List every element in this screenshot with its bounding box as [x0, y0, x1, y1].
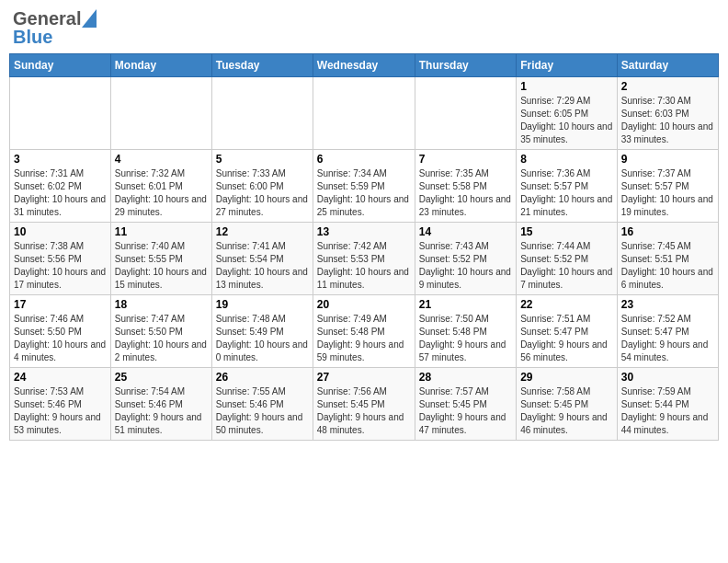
calendar-cell: 2Sunrise: 7:30 AMSunset: 6:03 PMDaylight…: [617, 77, 718, 150]
day-number: 17: [14, 298, 107, 311]
day-info: Sunrise: 7:54 AMSunset: 5:46 PMDaylight:…: [115, 385, 208, 437]
calendar-cell: 25Sunrise: 7:54 AMSunset: 5:46 PMDayligh…: [110, 368, 211, 441]
calendar-cell: 1Sunrise: 7:29 AMSunset: 6:05 PMDaylight…: [517, 77, 618, 150]
day-info: Sunrise: 7:36 AMSunset: 5:57 PMDaylight:…: [520, 167, 613, 219]
calendar-cell: [211, 77, 313, 150]
calendar-week-5: 24Sunrise: 7:53 AMSunset: 5:46 PMDayligh…: [10, 368, 719, 441]
day-info: Sunrise: 7:33 AMSunset: 6:00 PMDaylight:…: [216, 167, 309, 219]
day-number: 9: [621, 153, 714, 166]
day-info: Sunrise: 7:52 AMSunset: 5:47 PMDaylight:…: [621, 313, 714, 364]
calendar-cell: 3Sunrise: 7:31 AMSunset: 6:02 PMDaylight…: [10, 150, 111, 223]
calendar-cell: 11Sunrise: 7:40 AMSunset: 5:55 PMDayligh…: [110, 223, 211, 295]
calendar-cell: 20Sunrise: 7:49 AMSunset: 5:48 PMDayligh…: [313, 295, 415, 368]
day-info: Sunrise: 7:38 AMSunset: 5:56 PMDaylight:…: [14, 240, 107, 292]
day-number: 27: [317, 371, 411, 384]
day-info: Sunrise: 7:48 AMSunset: 5:49 PMDaylight:…: [216, 313, 309, 364]
logo-general-text: General: [13, 9, 81, 28]
header-sunday: Sunday: [10, 54, 111, 77]
calendar-cell: 21Sunrise: 7:50 AMSunset: 5:48 PMDayligh…: [415, 295, 516, 368]
calendar-cell: 22Sunrise: 7:51 AMSunset: 5:47 PMDayligh…: [517, 295, 618, 368]
logo: General Blue: [13, 9, 97, 46]
calendar-week-3: 10Sunrise: 7:38 AMSunset: 5:56 PMDayligh…: [10, 223, 719, 295]
day-number: 13: [317, 225, 411, 238]
day-info: Sunrise: 7:32 AMSunset: 6:01 PMDaylight:…: [115, 167, 208, 219]
day-number: 19: [216, 298, 309, 311]
calendar-week-1: 1Sunrise: 7:29 AMSunset: 6:05 PMDaylight…: [10, 77, 719, 150]
day-number: 6: [317, 153, 411, 166]
calendar-cell: [110, 77, 211, 150]
calendar-cell: 6Sunrise: 7:34 AMSunset: 5:59 PMDaylight…: [313, 150, 415, 223]
day-number: 11: [115, 225, 208, 238]
day-info: Sunrise: 7:44 AMSunset: 5:52 PMDaylight:…: [520, 240, 613, 292]
header-monday: Monday: [110, 54, 211, 77]
calendar-cell: [10, 77, 111, 150]
header-tuesday: Tuesday: [211, 54, 313, 77]
day-info: Sunrise: 7:42 AMSunset: 5:53 PMDaylight:…: [317, 240, 411, 292]
day-number: 10: [14, 225, 107, 238]
logo-blue-text: Blue: [13, 28, 52, 46]
day-info: Sunrise: 7:29 AMSunset: 6:05 PMDaylight:…: [520, 95, 613, 146]
calendar-cell: 4Sunrise: 7:32 AMSunset: 6:01 PMDaylight…: [110, 150, 211, 223]
day-info: Sunrise: 7:59 AMSunset: 5:44 PMDaylight:…: [621, 385, 714, 437]
header-friday: Friday: [517, 54, 618, 77]
calendar-cell: 26Sunrise: 7:55 AMSunset: 5:46 PMDayligh…: [211, 368, 313, 441]
calendar-cell: [415, 77, 516, 150]
day-number: 14: [419, 225, 512, 238]
day-number: 12: [216, 225, 309, 238]
calendar-cell: 18Sunrise: 7:47 AMSunset: 5:50 PMDayligh…: [110, 295, 211, 368]
calendar-cell: 23Sunrise: 7:52 AMSunset: 5:47 PMDayligh…: [617, 295, 718, 368]
header-saturday: Saturday: [617, 54, 718, 77]
calendar-cell: 7Sunrise: 7:35 AMSunset: 5:58 PMDaylight…: [415, 150, 516, 223]
day-info: Sunrise: 7:58 AMSunset: 5:45 PMDaylight:…: [520, 385, 613, 437]
day-number: 24: [14, 371, 107, 384]
day-number: 1: [520, 80, 613, 93]
day-number: 21: [419, 298, 512, 311]
day-info: Sunrise: 7:47 AMSunset: 5:50 PMDaylight:…: [115, 313, 208, 364]
day-info: Sunrise: 7:30 AMSunset: 6:03 PMDaylight:…: [621, 95, 714, 146]
calendar-cell: 29Sunrise: 7:58 AMSunset: 5:45 PMDayligh…: [517, 368, 618, 441]
calendar-cell: 16Sunrise: 7:45 AMSunset: 5:51 PMDayligh…: [617, 223, 718, 295]
calendar-cell: 17Sunrise: 7:46 AMSunset: 5:50 PMDayligh…: [10, 295, 111, 368]
day-number: 20: [317, 298, 411, 311]
day-number: 3: [14, 153, 107, 166]
day-info: Sunrise: 7:40 AMSunset: 5:55 PMDaylight:…: [115, 240, 208, 292]
day-info: Sunrise: 7:37 AMSunset: 5:57 PMDaylight:…: [621, 167, 714, 219]
day-info: Sunrise: 7:46 AMSunset: 5:50 PMDaylight:…: [14, 313, 107, 364]
day-number: 5: [216, 153, 309, 166]
calendar-cell: 12Sunrise: 7:41 AMSunset: 5:54 PMDayligh…: [211, 223, 313, 295]
day-number: 29: [520, 371, 613, 384]
calendar-week-4: 17Sunrise: 7:46 AMSunset: 5:50 PMDayligh…: [10, 295, 719, 368]
day-number: 22: [520, 298, 613, 311]
day-info: Sunrise: 7:35 AMSunset: 5:58 PMDaylight:…: [419, 167, 512, 219]
logo-triangle-icon: [82, 9, 97, 28]
calendar-cell: 8Sunrise: 7:36 AMSunset: 5:57 PMDaylight…: [517, 150, 618, 223]
day-number: 26: [216, 371, 309, 384]
calendar-week-2: 3Sunrise: 7:31 AMSunset: 6:02 PMDaylight…: [10, 150, 719, 223]
calendar-cell: 24Sunrise: 7:53 AMSunset: 5:46 PMDayligh…: [10, 368, 111, 441]
calendar-header-row: SundayMondayTuesdayWednesdayThursdayFrid…: [10, 54, 719, 77]
calendar-cell: 13Sunrise: 7:42 AMSunset: 5:53 PMDayligh…: [313, 223, 415, 295]
day-info: Sunrise: 7:41 AMSunset: 5:54 PMDaylight:…: [216, 240, 309, 292]
page-header: General Blue: [9, 9, 719, 46]
calendar-cell: 19Sunrise: 7:48 AMSunset: 5:49 PMDayligh…: [211, 295, 313, 368]
day-number: 30: [621, 371, 714, 384]
calendar-cell: 9Sunrise: 7:37 AMSunset: 5:57 PMDaylight…: [617, 150, 718, 223]
day-info: Sunrise: 7:45 AMSunset: 5:51 PMDaylight:…: [621, 240, 714, 292]
svg-marker-0: [82, 9, 97, 28]
day-info: Sunrise: 7:34 AMSunset: 5:59 PMDaylight:…: [317, 167, 411, 219]
header-wednesday: Wednesday: [313, 54, 415, 77]
calendar-cell: 27Sunrise: 7:56 AMSunset: 5:45 PMDayligh…: [313, 368, 415, 441]
header-thursday: Thursday: [415, 54, 516, 77]
day-number: 7: [419, 153, 512, 166]
calendar-cell: 5Sunrise: 7:33 AMSunset: 6:00 PMDaylight…: [211, 150, 313, 223]
day-number: 23: [621, 298, 714, 311]
day-info: Sunrise: 7:51 AMSunset: 5:47 PMDaylight:…: [520, 313, 613, 364]
day-number: 16: [621, 225, 714, 238]
calendar-cell: 10Sunrise: 7:38 AMSunset: 5:56 PMDayligh…: [10, 223, 111, 295]
day-info: Sunrise: 7:56 AMSunset: 5:45 PMDaylight:…: [317, 385, 411, 437]
day-number: 4: [115, 153, 208, 166]
day-number: 18: [115, 298, 208, 311]
calendar-cell: 15Sunrise: 7:44 AMSunset: 5:52 PMDayligh…: [517, 223, 618, 295]
day-number: 25: [115, 371, 208, 384]
day-info: Sunrise: 7:53 AMSunset: 5:46 PMDaylight:…: [14, 385, 107, 437]
